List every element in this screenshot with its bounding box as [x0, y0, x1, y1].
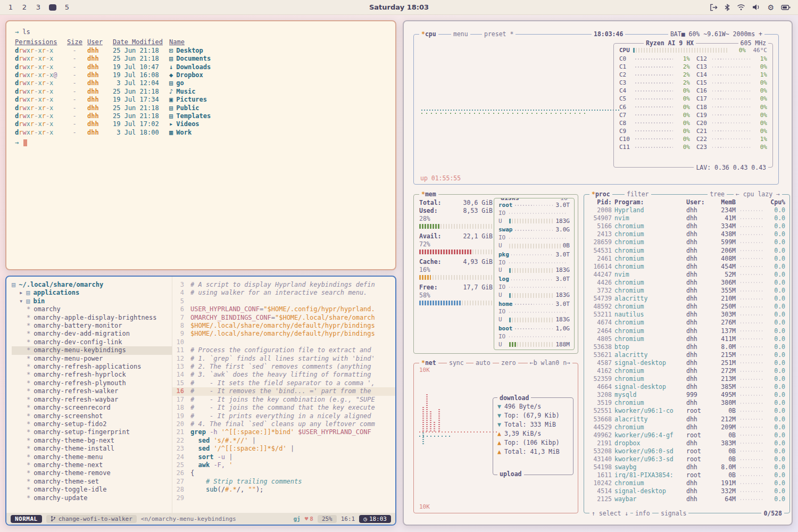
volume-icon[interactable]: [752, 4, 760, 11]
process-row[interactable]: 2008Hyprlanddhh234M0.0: [584, 206, 789, 214]
code-line[interactable]: 23 sed '/^[[:space:]]*$/d' |: [172, 445, 395, 453]
tree-item[interactable]: *omarchy-refresh-waybar: [12, 396, 172, 404]
code-line[interactable]: 21grep -h '^[[:space:]]*bind' $USER_HYPR…: [172, 428, 395, 436]
process-row[interactable]: 3519chromiumdhh380M0.0: [584, 399, 789, 407]
proc-select-control[interactable]: ↑ select ↓: [589, 510, 630, 517]
proc-box-title[interactable]: *proc: [589, 190, 612, 198]
code-line[interactable]: 6USER_HYPRLAND_CONF="$HOME/.config/hypr/…: [172, 305, 395, 313]
tree-item[interactable]: *omarchy-toggle-idle: [12, 486, 172, 494]
code-line[interactable]: 28 sub(/#.*/, "");: [172, 486, 395, 494]
tree-item[interactable]: *omarchy-refresh-plymouth: [12, 379, 172, 387]
process-row[interactable]: 5166chromiumdhh334M0.0: [584, 222, 789, 230]
disks-box-title[interactable]: disks: [498, 198, 521, 202]
proc-filter-button[interactable]: filter: [625, 190, 651, 198]
code-line[interactable]: 12# 1. `grep` finds all lines starting w…: [172, 355, 395, 363]
file-name[interactable]: ▦Work: [169, 129, 387, 137]
tree-item[interactable]: *omarchy-refresh-hyprlock: [12, 371, 172, 379]
tree-root[interactable]: ▤ ~/.local/share/omarchy: [12, 281, 172, 289]
net-auto-toggle[interactable]: auto: [473, 359, 493, 367]
proc-tree-toggle[interactable]: tree: [708, 190, 727, 198]
code-line[interactable]: 29: [172, 494, 395, 502]
code-line[interactable]: 19# - It prints everything in a nicely a…: [172, 412, 395, 420]
tree-item[interactable]: *omarchy-theme-remove: [12, 469, 172, 477]
proc-sort-selector[interactable]: ← cpu lazy →: [734, 190, 782, 198]
code-line[interactable]: 4# using walker for an interactive searc…: [172, 289, 395, 297]
proc-signals-control[interactable]: signals: [659, 510, 688, 517]
logout-icon[interactable]: [710, 4, 718, 11]
tree-item[interactable]: *omarchy: [12, 305, 172, 313]
process-row[interactable]: 43140kworker/u96:3-sdroot0B0.0: [584, 455, 789, 463]
process-row[interactable]: 3732chromiumdhh355M0.0: [584, 287, 789, 295]
code-line[interactable]: 8$HOME/.local/share/omarchy/default/hypr…: [172, 322, 395, 330]
process-row[interactable]: 10242chromiumdhh191M0.0: [584, 479, 789, 487]
tree-item[interactable]: *omarchy-refresh-applications: [12, 363, 172, 371]
tree-item[interactable]: *omarchy-theme-install: [12, 445, 172, 453]
file-name[interactable]: ▤Templates: [169, 112, 387, 120]
process-row[interactable]: 4664signal-desktopdhh385M0.0: [584, 383, 789, 391]
tree-item[interactable]: *omarchy-battery-monitor: [12, 322, 172, 330]
process-row[interactable]: 54907nvimdhh41M0.0: [584, 214, 789, 222]
file-name[interactable]: ◆Dropbox: [169, 71, 387, 79]
process-row[interactable]: 52359chromiumdhh213M0.0: [584, 375, 789, 383]
code-line[interactable]: 22 sed 's/#.*//' |: [172, 437, 395, 445]
tree-item[interactable]: *omarchy-dev-add-migration: [12, 330, 172, 338]
process-row[interactable]: 2191dropboxdhh383M0.0: [584, 439, 789, 447]
tree-item[interactable]: *omarchy-menu-keybindings: [12, 346, 172, 354]
tree-item[interactable]: *omarchy-dev-config-link: [12, 338, 172, 346]
code-line[interactable]: 14# 3. `awk` does the heavy lifting of f…: [172, 371, 395, 379]
process-row[interactable]: 52551kworker/u96:1-coroot0B0.0: [584, 407, 789, 415]
process-row[interactable]: 48592chromiumdhh250M0.0: [584, 303, 789, 311]
process-row[interactable]: 4674chromiumdhh276M0.0: [584, 319, 789, 327]
code-line[interactable]: 25 awk -F, ': [172, 461, 395, 469]
code-line[interactable]: 16# - It removes the 'bind... =' part fr…: [172, 387, 395, 395]
process-row[interactable]: 54198swaybgdhh8.0M0.0: [584, 463, 789, 471]
tree-item[interactable]: *omarchy-update: [12, 494, 172, 502]
process-row[interactable]: 4426chromiumdhh306M0.0: [584, 279, 789, 287]
process-row[interactable]: 3208mysqld999495M0.0: [584, 391, 789, 399]
code-line[interactable]: 7OMARCHY_BINDINGS_CONF="$HOME/.local/sha…: [172, 314, 395, 322]
process-row[interactable]: 49962kworker/u96:4-gfroot0B0.0: [584, 431, 789, 439]
file-name[interactable]: ▤go: [169, 79, 387, 87]
tree-item[interactable]: *omarchy-refresh-walker: [12, 387, 172, 395]
process-row[interactable]: 53668alacrittydhh212M0.0: [584, 415, 789, 423]
menu-button[interactable]: menu: [451, 30, 470, 38]
process-row[interactable]: 2461chromiumdhh408M0.0: [584, 255, 789, 263]
code-line[interactable]: 10: [172, 338, 395, 346]
disks-io-toggle[interactable]: io: [558, 198, 570, 202]
code-line[interactable]: 5: [172, 297, 395, 305]
process-row[interactable]: 4514signal-desktopdhh332M0.0: [584, 487, 789, 495]
process-row[interactable]: 44247nvimdhh52M0.0: [584, 271, 789, 279]
code-line[interactable]: 11# Process the configuration file to ex…: [172, 346, 395, 354]
settings-icon[interactable]: ⚙: [767, 4, 774, 11]
code-editor-panel[interactable]: 3# A script to display Hyprland keybindi…: [172, 277, 395, 513]
code-line[interactable]: 3# A script to display Hyprland keybindi…: [172, 281, 395, 289]
cpu-box-title[interactable]: *cpu: [419, 30, 438, 38]
file-name[interactable]: ▸Videos: [169, 120, 387, 128]
process-row[interactable]: 4162chromiumdhh272M0.0: [584, 367, 789, 375]
net-box-title[interactable]: *net: [419, 359, 438, 367]
proc-info-control[interactable]: info: [633, 510, 652, 517]
tree-item[interactable]: ▸▤applications: [12, 289, 172, 297]
file-tree-panel[interactable]: ▤ ~/.local/share/omarchy ▸▤applications▾…: [6, 277, 172, 513]
net-interface[interactable]: ←b wlan0 n→: [528, 359, 572, 367]
process-row[interactable]: 53208kworker/u96:0-sdroot0B0.0: [584, 447, 789, 455]
code-line[interactable]: 26{: [172, 469, 395, 477]
tree-item[interactable]: *omarchy-screenrecord: [12, 404, 172, 412]
process-row[interactable]: 53211nautilusdhh303M0.0: [584, 311, 789, 319]
process-row[interactable]: 53621alacrittydhh215M0.0: [584, 351, 789, 359]
file-name[interactable]: ▣Pictures: [169, 96, 387, 104]
tree-item[interactable]: *omarchy-setup-fingerprint: [12, 428, 172, 436]
code-line[interactable]: 13# 2. The first `sed` removes comments …: [172, 363, 395, 371]
tree-item[interactable]: ▾▤bin: [12, 297, 172, 305]
file-name[interactable]: ▤Public: [169, 104, 387, 112]
process-row[interactable]: 54531chromiumdhh206M0.0: [584, 247, 789, 255]
process-row[interactable]: 2464chromiumdhh137M0.0: [584, 327, 789, 335]
file-name[interactable]: ▤Documents: [169, 55, 387, 63]
tree-item[interactable]: *omarchy-apple-display-brightness: [12, 314, 172, 322]
file-name[interactable]: ⊡Desktop: [169, 47, 387, 55]
mem-box-title[interactable]: *mem: [419, 190, 438, 198]
preset-button[interactable]: preset *: [482, 30, 516, 38]
tree-item[interactable]: *omarchy-setup-fido2: [12, 420, 172, 428]
process-row[interactable]: 4805chromiumdhh411M0.0: [584, 335, 789, 343]
process-row[interactable]: 28659chromiumdhh599M0.0: [584, 238, 789, 246]
